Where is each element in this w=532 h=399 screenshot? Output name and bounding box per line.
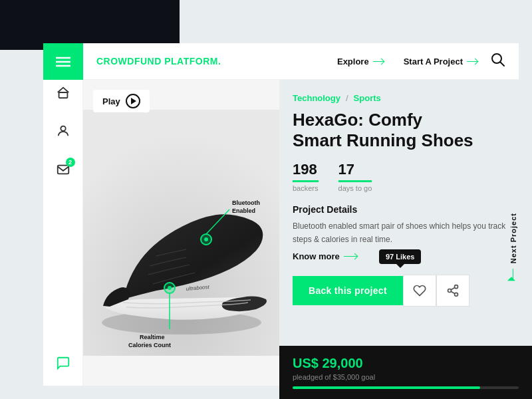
know-more-text: Know more [293,251,340,261]
project-description: Bluetooth enabled smart pair of shoes wh… [293,220,519,245]
shoe-image: Bluetooth Enabled Realtime Calories Coun… [83,80,279,386]
sidebar-item-profile[interactable] [54,122,72,140]
svg-point-6 [61,126,65,131]
svg-text:Realtime: Realtime [140,334,165,340]
svg-line-25 [451,287,455,289]
svg-text:Calories Count: Calories Count [128,342,171,348]
funding-area: US$ 29,000 pleadged of $35,000 goal [279,346,532,399]
progress-fill [293,386,480,389]
project-details-title: Project Details [293,204,519,215]
hamburger-menu[interactable] [43,43,83,80]
dark-corner [0,0,180,50]
svg-rect-7 [57,166,68,174]
know-more-arrow-icon [344,256,357,257]
explore-link[interactable]: Explore [337,57,384,66]
explore-arrow-icon [373,61,384,62]
search-icon[interactable] [491,53,505,70]
funding-goal: pleadged of $35,000 goal [293,373,519,381]
play-button[interactable]: Play [93,90,150,112]
svg-text:Enabled: Enabled [232,207,255,214]
breadcrumb: Technology / Sports [293,93,519,103]
breadcrumb-separator: / [346,93,348,103]
funding-progress-bar [293,386,519,389]
svg-point-16 [168,286,172,290]
share-button[interactable] [436,275,469,307]
sidebar-item-notifications[interactable]: 2 [54,160,72,179]
stats-row: 198 backers 17 days to go [293,161,519,192]
nav-links: Explore Start A Project [337,57,477,66]
sidebar: 2 [43,43,83,386]
next-project[interactable]: Next Project [509,213,517,281]
days-count: 17 [338,161,372,182]
notification-badge: 2 [66,158,75,167]
start-project-link[interactable]: Start A Project [404,57,477,66]
start-arrow-icon [467,61,477,62]
navbar: CROWDFUND PLATFORM. Explore Start A Proj… [83,43,519,80]
heart-button[interactable] [403,275,436,307]
action-area: 97 Likes Back this project [293,275,519,307]
svg-point-21 [454,285,458,288]
svg-line-24 [451,291,455,293]
svg-text:Bluetooth: Bluetooth [232,200,260,206]
sidebar-item-home[interactable] [54,83,72,102]
breadcrumb-technology[interactable]: Technology [293,93,340,103]
days-stat: 17 days to go [338,161,372,192]
backers-stat: 198 backers [293,161,319,192]
backers-count: 198 [293,161,319,182]
next-project-label: Next Project [509,213,517,263]
svg-line-4 [501,63,505,66]
project-title: HexaGo: Comfy Smart Running Shoes [293,110,519,151]
breadcrumb-sports[interactable]: Sports [354,93,381,103]
play-triangle-icon [131,98,136,104]
project-image-area: Play [83,80,279,386]
funding-amount: US$ 29,000 [293,356,519,371]
back-project-button[interactable]: Back this project [293,276,403,305]
nav-logo: CROWDFUND PLATFORM. [96,56,221,66]
backers-label: backers [293,184,319,192]
svg-point-22 [448,289,451,292]
days-label: days to go [338,184,372,192]
play-circle-icon [126,94,140,108]
sidebar-item-chat[interactable] [54,354,72,372]
svg-rect-5 [59,92,67,98]
svg-point-11 [204,237,208,241]
svg-point-23 [454,293,458,296]
next-project-line-icon [513,269,514,281]
likes-tooltip: 97 Likes [379,249,421,264]
